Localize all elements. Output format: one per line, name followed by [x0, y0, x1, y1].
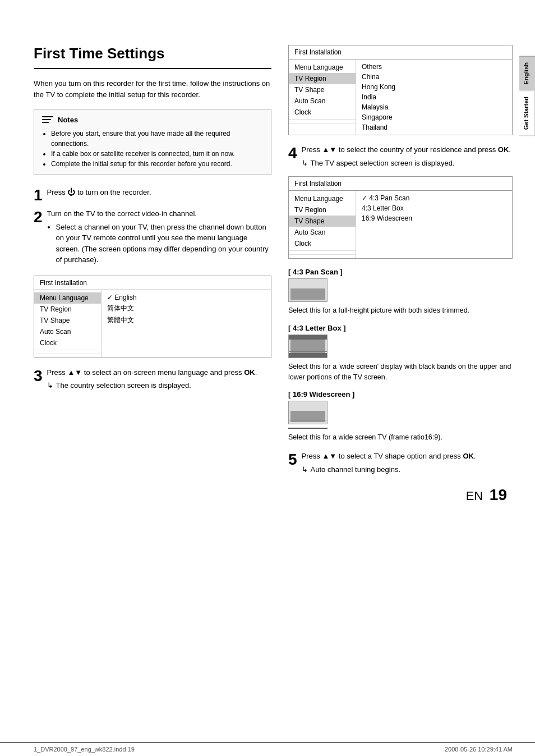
notes-item-2: If a cable box or satellite receiver is … [51, 149, 263, 159]
step-4-number: 4 [288, 145, 297, 161]
option-widescreen: 16:9 Widescreen [362, 213, 506, 223]
menu-item-tv-shape: TV Shape [34, 315, 101, 326]
install-options-1: ✓ English 简体中文 繁體中文 [102, 290, 271, 358]
install-box-1: First Installation Menu Language TV Regi… [34, 276, 271, 358]
install-menu-1: Menu Language TV Region TV Shape Auto Sc… [34, 290, 102, 358]
notes-header: Notes [42, 115, 263, 124]
notes-item-3: Complete the initial setup for this reco… [51, 159, 263, 169]
menu3-tv-shape: TV Shape [289, 216, 356, 227]
main-content: First Time Settings When you turn on thi… [0, 22, 535, 515]
install-box-1-body: Menu Language TV Region TV Shape Auto Sc… [34, 290, 271, 358]
page-container: English Get Started First Time Settings … [0, 0, 535, 756]
step-5-sub: Auto channel tuning begins. [302, 464, 513, 475]
step-4-content: Press ▲▼ to select the country of your r… [302, 144, 513, 168]
letter-box-label: [ 4:3 Letter Box ] [288, 324, 513, 332]
option-china: China [362, 72, 506, 82]
step-1: 1 Press ⏻ to turn on the recorder. [34, 186, 271, 200]
install-options-2: Others China Hong Kong India Malaysia Si… [356, 59, 512, 135]
menu3-clock: Clock [289, 238, 356, 249]
step-5-number: 5 [288, 452, 297, 468]
option-simplified: 简体中文 [107, 303, 265, 314]
menu3-menu-language: Menu Language [289, 193, 356, 204]
widescreen-label: [ 16:9 Widescreen ] [288, 390, 513, 398]
notes-box: Notes Before you start, ensure that you … [34, 109, 271, 175]
option-english: ✓ English [107, 292, 265, 303]
pan-scan-preview [288, 278, 328, 302]
step-2: 2 Turn on the TV to the correct video-in… [34, 208, 271, 268]
menu2-menu-language: Menu Language [289, 62, 356, 73]
step-3-number: 3 [34, 368, 43, 384]
install-box-2-body: Menu Language TV Region TV Shape Auto Sc… [289, 59, 512, 135]
bottom-left-text: 1_DVR2008_97_eng_wk822.indd 19 [34, 746, 135, 753]
step-1-number: 1 [34, 187, 43, 203]
menu3-auto-scan: Auto Scan [289, 227, 356, 238]
option-thailand: Thailand [362, 122, 506, 132]
install-menu-2: Menu Language TV Region TV Shape Auto Sc… [289, 59, 356, 135]
step-3: 3 Press ▲▼ to select an on-screen menu l… [34, 367, 271, 391]
menu2-clock: Clock [289, 107, 356, 118]
widescreen-desc: Select this for a wide screen TV (frame … [288, 432, 513, 443]
option-others: Others [362, 62, 506, 72]
notes-list: Before you start, ensure that you have m… [42, 129, 263, 169]
option-letter-box: 4:3 Letter Box [362, 203, 506, 213]
bottom-right-text: 2008-05-26 10:29:41 AM [445, 746, 513, 753]
install-box-3-body: Menu Language TV Region TV Shape Auto Sc… [289, 191, 512, 258]
widescreen-preview [288, 401, 328, 424]
install-box-3-header: First Installation [289, 177, 512, 191]
menu3-tv-region: TV Region [289, 204, 356, 216]
notes-label: Notes [58, 116, 78, 124]
page-number-area: EN 19 [288, 486, 513, 504]
bottom-bar: 1_DVR2008_97_eng_wk822.indd 19 2008-05-2… [0, 742, 535, 756]
pan-scan-label: [ 4:3 Pan Scan ] [288, 268, 513, 276]
step-2-content: Turn on the TV to the correct video-in c… [47, 208, 271, 268]
pan-scan-desc: Select this for a full-height picture wi… [288, 305, 513, 316]
install-options-3: ✓ 4:3 Pan Scan 4:3 Letter Box 16:9 Wides… [356, 191, 512, 258]
step-4-sub: The TV aspect selection screen is displa… [302, 158, 513, 169]
notes-item-1: Before you start, ensure that you have m… [51, 129, 263, 149]
menu-item-clock-1: Clock [34, 337, 101, 349]
menu2-tv-shape: TV Shape [289, 84, 356, 95]
menu-item-menu-language: Menu Language [34, 292, 101, 304]
step-2-sub: Select a channel on your TV, then press … [47, 222, 271, 265]
en-label: EN [466, 489, 483, 503]
step-3-sub: The country selection screen is displaye… [47, 380, 271, 391]
option-traditional: 繁體中文 [107, 314, 265, 326]
menu-item-tv-region: TV Region [34, 304, 101, 315]
tab-english: English [519, 56, 535, 90]
letter-box-band-bottom [289, 353, 327, 358]
right-column: First Installation Menu Language TV Regi… [288, 45, 513, 504]
step-3-content: Press ▲▼ to select an on-screen menu lan… [47, 367, 271, 391]
option-singapore: Singapore [362, 112, 506, 122]
step-5-content: Press ▲▼ to select a TV shape option and… [302, 451, 513, 475]
page-title: First Time Settings [34, 45, 271, 69]
letter-box-band-top [289, 335, 327, 340]
letter-box-desc: Select this for a 'wide screen' display … [288, 361, 513, 383]
option-pan-scan: ✓ 4:3 Pan Scan [362, 193, 506, 203]
tab-get-started: Get Started [519, 90, 535, 136]
left-column: First Time Settings When you turn on thi… [34, 45, 271, 504]
option-hong-kong: Hong Kong [362, 82, 506, 92]
step-5: 5 Press ▲▼ to select a TV shape option a… [288, 451, 513, 475]
install-box-2: First Installation Menu Language TV Regi… [288, 45, 513, 135]
install-box-2-header: First Installation [289, 45, 512, 59]
side-tabs: English Get Started [519, 56, 535, 136]
menu-item-auto-scan: Auto Scan [34, 326, 101, 337]
step-1-content: Press ⏻ to turn on the recorder. [47, 186, 271, 200]
install-box-3: First Installation Menu Language TV Regi… [288, 176, 513, 259]
option-malaysia: Malaysia [362, 102, 506, 112]
install-menu-3: Menu Language TV Region TV Shape Auto Sc… [289, 191, 356, 258]
menu2-tv-region: TV Region [289, 73, 356, 84]
option-india: India [362, 92, 506, 102]
install-box-1-header: First Installation [34, 276, 271, 290]
step-4: 4 Press ▲▼ to select the country of your… [288, 144, 513, 168]
page-number: 19 [490, 486, 507, 503]
letter-box-preview [288, 335, 328, 358]
step-2-number: 2 [34, 209, 43, 225]
menu2-auto-scan: Auto Scan [289, 95, 356, 107]
tv-shape-section: [ 4:3 Pan Scan ] Select this for a full-… [288, 268, 513, 443]
notes-icon [42, 115, 53, 124]
intro-text: When you turn on this recorder for the f… [34, 78, 271, 100]
